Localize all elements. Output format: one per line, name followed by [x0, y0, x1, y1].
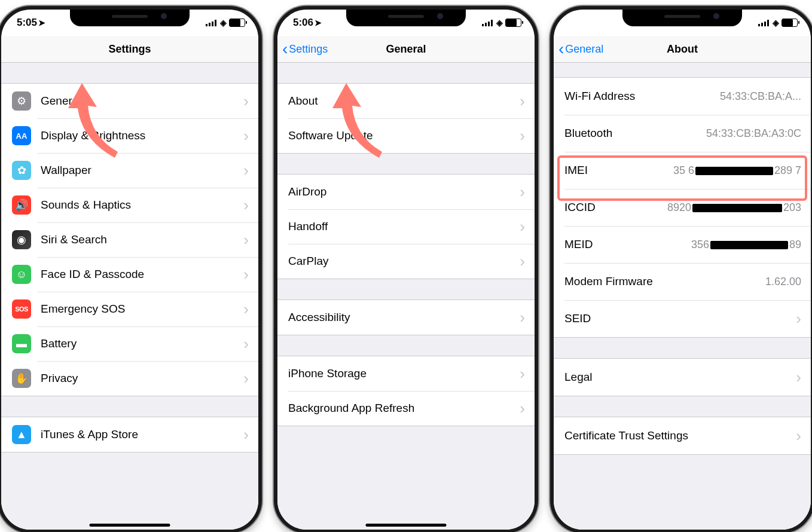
chevron-right-icon: › — [243, 300, 249, 319]
clock: 5:06 — [293, 17, 313, 28]
wifi-icon: ◈ — [773, 18, 779, 27]
chevron-right-icon: › — [520, 365, 525, 383]
general-list[interactable]: About›Software Update›AirDrop›Handoff›Ca… — [277, 63, 535, 530]
nav-bar: Settings — [1, 36, 258, 63]
chevron-right-icon: › — [243, 265, 249, 284]
row-label: iPhone Storage — [288, 367, 510, 380]
chevron-right-icon: › — [243, 161, 249, 180]
chevron-right-icon: › — [243, 335, 249, 353]
row-label: Handoff — [288, 220, 510, 233]
back-button[interactable]: ‹Settings — [282, 43, 328, 56]
nav-bar: ‹Settings General — [277, 36, 535, 63]
home-indicator[interactable] — [366, 524, 447, 527]
row-icon: ✿ — [12, 161, 31, 180]
row-label: ICCID — [564, 201, 658, 214]
general-row-accessibility[interactable]: Accessibility› — [277, 300, 535, 335]
general-row-airdrop[interactable]: AirDrop› — [277, 175, 535, 209]
row-value: 54:33:CB:BA:A3:0C — [706, 127, 801, 140]
row-label: Sounds & Haptics — [41, 198, 234, 212]
about-row-seid[interactable]: SEID› — [554, 300, 811, 337]
row-label: IMEI — [564, 164, 664, 177]
chevron-right-icon: › — [243, 127, 249, 145]
battery-icon — [782, 19, 798, 27]
phone-about: ◈ ‹General About Wi-Fi Address54:33:CB:B… — [550, 6, 812, 532]
row-icon: AA — [12, 126, 31, 145]
row-value: 35689 — [691, 239, 801, 251]
row-value: 1.62.00 — [765, 276, 801, 288]
row-icon: ◉ — [12, 230, 31, 249]
row-label: SEID — [564, 312, 777, 325]
chevron-right-icon: › — [243, 369, 249, 388]
redacted — [695, 167, 773, 175]
settings-row-wallpaper[interactable]: ✿ Wallpaper › — [1, 153, 258, 188]
settings-row-siri-search[interactable]: ◉ Siri & Search › — [1, 222, 258, 257]
battery-icon — [229, 19, 245, 27]
home-indicator[interactable] — [90, 524, 170, 527]
phone-general: 5:06➤ ◈ ‹Settings General About›Software… — [274, 6, 538, 532]
redacted — [692, 204, 782, 212]
row-label: Modem Firmware — [564, 275, 756, 288]
settings-row-emergency-sos[interactable]: SOS Emergency SOS › — [1, 292, 258, 326]
general-row-about[interactable]: About› — [277, 84, 535, 118]
general-row-software-update[interactable]: Software Update› — [277, 118, 535, 153]
chevron-right-icon: › — [520, 92, 525, 111]
signal-icon — [206, 19, 218, 26]
row-label: Face ID & Passcode — [41, 268, 234, 281]
settings-row-face-id-passcode[interactable]: ☺ Face ID & Passcode › — [1, 257, 258, 292]
back-button[interactable]: ‹General — [558, 43, 603, 56]
chevron-right-icon: › — [796, 310, 801, 328]
settings-row-sounds-haptics[interactable]: 🔊 Sounds & Haptics › — [1, 188, 258, 222]
row-label: Accessibility — [288, 311, 510, 324]
row-label: Battery — [41, 337, 234, 350]
row-label: iTunes & App Store — [41, 428, 234, 441]
row-value: 8920203 — [667, 201, 801, 214]
general-row-background-app-refresh[interactable]: Background App Refresh› — [277, 391, 535, 426]
about-row-bluetooth: Bluetooth54:33:CB:BA:A3:0C — [554, 115, 811, 152]
wifi-icon: ◈ — [220, 18, 227, 27]
about-row-meid: MEID35689 — [554, 226, 811, 263]
signal-icon — [482, 19, 494, 26]
chevron-right-icon: › — [520, 218, 525, 236]
general-row-iphone-storage[interactable]: iPhone Storage› — [277, 356, 535, 391]
general-row-carplay[interactable]: CarPlay› — [277, 244, 535, 279]
location-icon: ➤ — [38, 18, 45, 27]
row-label: Emergency SOS — [41, 302, 234, 316]
row-label: Wallpaper — [41, 164, 234, 177]
settings-row-battery[interactable]: ▬ Battery › — [1, 326, 258, 361]
row-icon: ✋ — [12, 369, 31, 388]
notch — [622, 10, 742, 26]
back-label: General — [565, 43, 603, 56]
chevron-right-icon: › — [243, 231, 249, 249]
chevron-right-icon: › — [520, 399, 525, 418]
about-list[interactable]: Wi-Fi Address54:33:CB:BA:A...Bluetooth54… — [554, 63, 811, 530]
settings-row-privacy[interactable]: ✋ Privacy › — [1, 361, 258, 396]
nav-bar: ‹General About — [554, 36, 811, 63]
row-label: Siri & Search — [41, 233, 234, 246]
about-row-legal[interactable]: Legal› — [554, 359, 811, 396]
row-label: Privacy — [41, 372, 234, 385]
chevron-right-icon: › — [243, 426, 249, 444]
row-label: Display & Brightness — [41, 129, 234, 142]
settings-row-display-brightness[interactable]: AA Display & Brightness › — [1, 118, 258, 153]
notch — [70, 10, 190, 26]
about-row-wi-fi-address: Wi-Fi Address54:33:CB:BA:A... — [554, 78, 811, 115]
chevron-right-icon: › — [243, 196, 249, 215]
row-icon: ⚙ — [12, 91, 31, 111]
redacted — [710, 241, 788, 249]
back-label: Settings — [289, 43, 328, 56]
about-row-certificate-trust-settings[interactable]: Certificate Trust Settings› — [554, 417, 811, 454]
about-row-iccid: ICCID8920203 — [554, 189, 811, 226]
row-value: 54:33:CB:BA:A... — [720, 90, 801, 103]
row-label: Wi-Fi Address — [564, 90, 710, 103]
settings-list[interactable]: ⚙ General ›AA Display & Brightness ›✿ Wa… — [1, 63, 258, 530]
signal-icon — [758, 19, 770, 26]
row-icon: ▲ — [12, 425, 31, 444]
settings-row-general[interactable]: ⚙ General › — [1, 84, 258, 118]
battery-icon — [505, 19, 521, 27]
location-icon: ➤ — [315, 18, 322, 27]
settings-row-itunes-app-store[interactable]: ▲ iTunes & App Store › — [1, 417, 258, 452]
about-row-modem-firmware: Modem Firmware1.62.00 — [554, 263, 811, 300]
notch — [346, 10, 466, 26]
general-row-handoff[interactable]: Handoff› — [277, 209, 535, 244]
row-label: Legal — [564, 371, 777, 384]
